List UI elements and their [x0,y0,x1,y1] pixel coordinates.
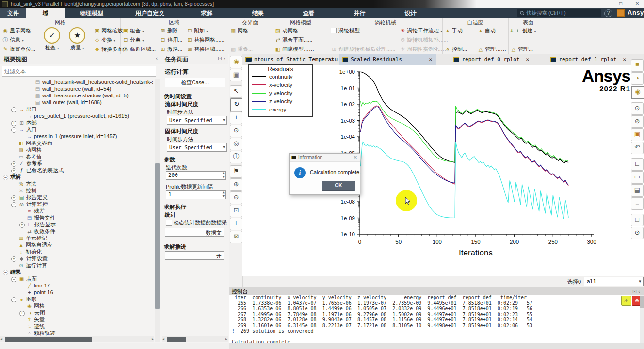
graphics-tab-3[interactable]: report-def-0-rplot✕ [437,54,533,65]
help-icon[interactable]: ? [604,9,612,17]
menu-tab-5[interactable]: 求解 [181,8,232,18]
menu-tab-2[interactable]: 域 [26,8,65,18]
outline-hscroll-thumb[interactable] [5,337,92,342]
expand-icon[interactable]: + [19,222,25,228]
flag-icon[interactable]: ⚑ [230,165,242,178]
tree-item[interactable]: ▲网格自适应 [1,241,153,248]
tree-item[interactable]: +◑云图 [1,309,153,316]
管理-button[interactable]: △管理... [510,45,536,53]
tree-item[interactable]: ∴颗粒轨迹 [1,330,153,336]
tree-item[interactable]: →press-in-1 (pressure-inlet, id=1457) [1,133,153,140]
zoom-in-icon[interactable]: ⊕ [230,178,242,191]
rotate-view-icon[interactable]: ↻ [230,98,243,112]
menu-tab-7[interactable]: 查看 [283,8,334,18]
outline-vscrollbar[interactable] [155,79,160,342]
collapse-icon[interactable]: − [11,202,16,207]
undo-view-icon[interactable]: ↶ [631,142,644,154]
创建-button[interactable]: ++创建▾ [510,26,536,35]
outline-vscroll-thumb[interactable] [155,163,160,309]
混合平面-button[interactable]: ⇄混合平面...... [274,35,314,44]
console-vscrollbar[interactable] [640,295,644,343]
close-button[interactable]: ✕ [630,0,644,7]
tree-item[interactable]: ◉网格 [1,302,153,309]
expand-icon[interactable]: + [11,195,16,201]
手动-button[interactable]: ▲手动…… [444,26,473,35]
magnifier-icon[interactable]: ◎ [230,138,242,150]
console-hscrollbar[interactable] [229,343,644,349]
tree-item[interactable]: ▨动网格 [1,146,153,153]
menu-tab-3[interactable]: 物理模型 [65,8,118,18]
expand-icon[interactable]: + [11,256,16,262]
menu-tab-9[interactable]: 设计 [385,8,436,18]
tree-item[interactable]: +∠参考系 [1,160,153,167]
quick-search-input[interactable]: 快捷搜索 (Ctrl+F) [517,9,601,17]
tree-item[interactable]: −→出口 [1,106,153,112]
tree-item[interactable]: ▦单元标记 [1,235,153,241]
restore-button[interactable]: □ [614,0,628,7]
collapse-icon[interactable]: − [11,107,16,112]
triad-icon[interactable]: ⊥ [230,218,242,230]
ruler-icon[interactable]: ▭ [631,171,644,184]
clip-plane-icon[interactable]: ◑ [631,72,644,85]
data-sampling-checkbox[interactable] [166,220,172,226]
管理-button[interactable]: △管理…… [477,45,506,53]
graphics-tab-4[interactable]: report-def-1-rplot✕ [534,54,630,65]
collapse-icon[interactable]: − [11,127,16,133]
tree-item[interactable]: ✕控制 [1,187,153,194]
iterations-stepper[interactable]: 200▲▼ [166,171,226,180]
zoom-fit-icon[interactable]: ⊡ [230,205,242,217]
task-page-header-icons[interactable]: ⊡ ‹ [218,55,225,62]
tree-item[interactable]: +point-16 [1,289,153,296]
profile-interval-stepper[interactable]: 1▲▼ [166,190,226,199]
zoom-drag-icon[interactable]: ⊙ [230,125,242,137]
expand-icon[interactable]: + [11,168,16,174]
动网格-button[interactable]: ▨动网格... [274,26,314,35]
tree-item[interactable]: →pres_outlet_1 (pressure-outlet, id=1615… [1,112,153,119]
mesh-sphere-icon[interactable]: ◉ [631,86,644,99]
tree-item[interactable]: ▤wall_heatsource (wall, id=54) [1,85,153,92]
menu-tab-4[interactable]: 用户自定义 [118,8,181,18]
tree-item[interactable]: ▤wall_heatsink-wall_heatsource-solid_hea… [1,79,153,85]
close-icon[interactable]: ✕ [526,54,529,65]
outline-hscrollbar[interactable]: ◂ ▸ [0,336,154,342]
tree-item[interactable]: −▣表面 [1,275,153,282]
data-file-button[interactable]: 数据文 [165,228,224,237]
pan-icon[interactable]: + [230,111,242,124]
dialog-titlebar[interactable]: Information ✕ [290,154,360,162]
graphics-tab-2[interactable]: Scaled Residuals✕ [339,54,436,65]
lock-view-icon[interactable]: ⊠ [230,231,242,243]
tree-item[interactable]: ▤wall_heatsource-shadow (wall, id=5) [1,92,153,99]
minimize-button[interactable]: — [597,0,611,7]
collapse-icon[interactable]: − [11,277,16,282]
显示网格-button[interactable]: ◉显示网格... [2,26,35,35]
tree-item[interactable]: ▤wall-outer (wall, id=1686) [1,99,153,106]
tree-item[interactable]: +∟报告显示 [1,221,153,228]
start-calculation-button[interactable]: 开 [165,251,224,260]
collapse-icon[interactable]: − [11,297,16,302]
替换区域-button[interactable]: ⊠替换区域...... [186,45,224,53]
collapse-icon[interactable]: − [3,175,8,180]
设置单位-button[interactable]: ✎设置单位... [2,45,35,53]
dialog-ok-button[interactable]: OK [322,181,355,191]
fluid-time-step-select[interactable]: User-Specified▼ [167,116,227,125]
tree-item[interactable]: ╱line-17 [1,282,153,289]
check-button[interactable]: ✓检查▾ [39,26,64,51]
间隙模型-button[interactable]: ◧间隙模型…… [274,45,314,53]
停用-button[interactable]: ⊟停用... [160,35,182,44]
axes-plot-icon[interactable]: ∟ [631,158,644,171]
close-icon[interactable]: ✕ [623,54,626,65]
solid-time-step-select[interactable]: User-Specified▼ [167,143,227,152]
tree-item[interactable]: −●图形 [1,296,153,302]
组合-button[interactable]: ▣组合▾ [122,26,156,35]
tree-item[interactable]: +⊞内部 [1,119,153,126]
tree-item[interactable]: ≈残差 [1,207,153,214]
menu-tab-6[interactable]: 结果 [232,8,283,18]
layers-icon[interactable]: ≡ [631,59,644,72]
menu-tab-1[interactable]: 文件 [0,8,26,18]
console-warning-button[interactable]: ⚠ [621,296,631,306]
zoom-out-icon[interactable]: ⊖ [230,191,242,204]
annotation-icon[interactable]: ▤ [631,184,644,197]
附加-button[interactable]: ⊡附加▾ [186,26,224,35]
report-list-icon[interactable]: ≡ [631,197,644,210]
quality-button[interactable]: ★质量▾ [64,26,90,51]
